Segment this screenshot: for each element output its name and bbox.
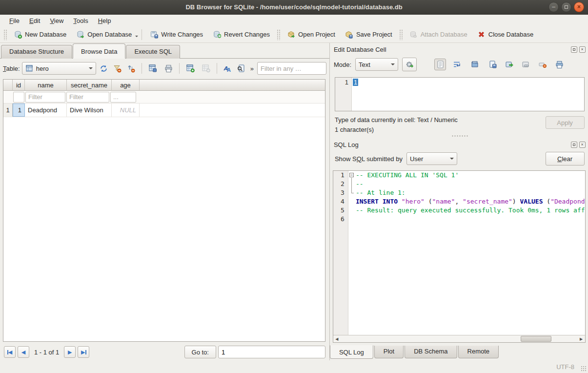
float-dock-button[interactable] bbox=[571, 46, 577, 53]
scroll-right-arrow[interactable]: ▶ bbox=[578, 335, 585, 342]
print-cell-button[interactable] bbox=[553, 59, 565, 70]
goto-input[interactable] bbox=[218, 346, 325, 358]
table-label: Table: bbox=[3, 65, 20, 72]
open-project-button[interactable]: Open Project bbox=[283, 28, 340, 41]
scroll-left-arrow[interactable]: ◀ bbox=[333, 335, 341, 342]
tab-database-structure[interactable]: Database Structure bbox=[1, 45, 72, 59]
cell-id[interactable]: 1 bbox=[13, 104, 25, 117]
last-record-button[interactable]: ▶ bbox=[78, 346, 89, 358]
revert-changes-button[interactable]: Revert Changes bbox=[208, 28, 274, 41]
submitted-by-select[interactable]: User bbox=[406, 152, 457, 165]
column-header-id[interactable]: id bbox=[13, 80, 25, 91]
open-in-external-app-button[interactable] bbox=[504, 59, 515, 70]
resize-grip[interactable] bbox=[581, 366, 587, 372]
maximize-button[interactable] bbox=[561, 2, 571, 12]
tab-execute-sql[interactable]: Execute SQL bbox=[126, 45, 180, 59]
record-range-text: 1 - 1 of 1 bbox=[31, 349, 62, 356]
tab-sql-log[interactable]: SQL Log bbox=[330, 345, 373, 359]
print-table-button[interactable] bbox=[163, 62, 175, 74]
word-wrap-button[interactable] bbox=[451, 59, 463, 70]
cell-age[interactable]: NULL bbox=[112, 104, 140, 117]
sql-log-editor[interactable]: 1−-- EXECUTING ALL IN 'SQL 1'2--3-- At l… bbox=[333, 170, 586, 343]
close-button[interactable]: × bbox=[574, 2, 584, 12]
menu-tools[interactable]: Tools bbox=[69, 16, 92, 25]
grid-filter-row bbox=[3, 91, 325, 104]
tab-remote[interactable]: Remote bbox=[458, 346, 499, 358]
close-dock-button[interactable]: × bbox=[579, 46, 586, 53]
clear-sorting-button[interactable] bbox=[125, 62, 137, 74]
scrollbar-track[interactable] bbox=[341, 335, 578, 342]
scrollbar-thumb[interactable] bbox=[521, 336, 551, 342]
table-select[interactable]: hero bbox=[22, 62, 96, 75]
minimize-button[interactable]: – bbox=[548, 2, 559, 12]
splitter-grip bbox=[451, 135, 468, 137]
first-record-button[interactable]: ◀ bbox=[4, 346, 16, 358]
import-from-file-button[interactable] bbox=[467, 59, 482, 70]
close-dock-button[interactable]: × bbox=[579, 142, 586, 148]
toolbar-drag-handle[interactable] bbox=[3, 29, 7, 40]
column-header-age[interactable]: age bbox=[112, 80, 140, 91]
open-database-dropdown-arrow[interactable] bbox=[135, 36, 138, 39]
set-null-button[interactable] bbox=[537, 59, 548, 70]
next-record-button[interactable]: ▶ bbox=[64, 346, 76, 358]
cell-secret-name[interactable]: Dive Wilson bbox=[67, 104, 112, 117]
cell-editor[interactable]: 1 1 bbox=[335, 77, 585, 111]
new-database-button[interactable]: New Database bbox=[9, 28, 71, 41]
tab-browse-data[interactable]: Browse Data bbox=[73, 43, 125, 59]
save-project-label: Save Project bbox=[356, 31, 392, 38]
toolbar-drag-handle[interactable] bbox=[399, 29, 403, 40]
menu-edit[interactable]: Edit bbox=[25, 16, 44, 25]
browse-toolbar-separator bbox=[179, 63, 180, 74]
column-header-name[interactable]: name bbox=[25, 80, 67, 91]
text-mode-button[interactable] bbox=[434, 59, 446, 70]
horizontal-scrollbar[interactable]: ◀ ▶ bbox=[333, 335, 585, 342]
cell-editor-content[interactable]: 1 bbox=[353, 79, 358, 86]
dock-splitter[interactable] bbox=[330, 133, 588, 138]
open-database-button[interactable]: Open Database bbox=[72, 28, 136, 41]
filter-input-name[interactable] bbox=[25, 92, 65, 103]
float-dock-button[interactable] bbox=[571, 142, 577, 148]
grid-corner[interactable] bbox=[3, 80, 13, 91]
menu-view[interactable]: View bbox=[45, 16, 68, 25]
clear-log-button[interactable]: Clear bbox=[546, 152, 585, 166]
write-changes-label: Write Changes bbox=[161, 31, 203, 38]
find-in-table-button[interactable] bbox=[235, 62, 247, 74]
tab-plot[interactable]: Plot bbox=[374, 346, 404, 358]
mode-select[interactable]: Text bbox=[355, 58, 398, 71]
write-changes-button[interactable]: Write Changes bbox=[145, 28, 207, 41]
encoding-indicator[interactable]: UTF-8 bbox=[556, 363, 574, 371]
new-database-label: New Database bbox=[25, 31, 66, 38]
filter-input-secret-name[interactable] bbox=[66, 92, 109, 103]
menu-help[interactable]: Help bbox=[94, 16, 116, 25]
filter-input-age[interactable] bbox=[110, 92, 136, 103]
export-table-button[interactable] bbox=[146, 62, 161, 74]
copy-link-button[interactable] bbox=[520, 59, 532, 70]
statusbar: UTF-8 bbox=[0, 360, 588, 373]
apply-button: Apply bbox=[546, 116, 585, 129]
export-to-file-button[interactable] bbox=[487, 59, 499, 70]
delete-record-button bbox=[201, 62, 212, 74]
cell-name[interactable]: Deadpond bbox=[25, 104, 67, 117]
refresh-button[interactable] bbox=[98, 62, 110, 74]
toolbar-drag-handle[interactable] bbox=[277, 29, 280, 40]
column-header-secret-name[interactable]: secret_name bbox=[67, 80, 112, 91]
save-project-button[interactable]: Save Project bbox=[341, 28, 397, 41]
toolbar-overflow-chevron[interactable]: » bbox=[249, 65, 255, 72]
previous-record-button[interactable]: ◀ bbox=[18, 346, 29, 358]
menu-file[interactable]: File bbox=[5, 16, 24, 25]
tab-db-schema[interactable]: DB Schema bbox=[405, 346, 457, 358]
main-tabbar: Database Structure Browse Data Execute S… bbox=[0, 43, 329, 59]
filter-input-id[interactable] bbox=[13, 92, 24, 103]
font-button[interactable]: AA bbox=[222, 62, 233, 74]
auto-switch-mode-button[interactable] bbox=[402, 58, 417, 71]
clear-filters-button[interactable] bbox=[112, 62, 123, 74]
goto-button[interactable]: Go to: bbox=[184, 346, 216, 358]
filter-any-column-input[interactable] bbox=[257, 62, 326, 75]
sql-log-line: 6 bbox=[333, 215, 585, 224]
browse-toolbar: Table: hero bbox=[0, 59, 329, 78]
close-database-button[interactable]: Close Database bbox=[473, 28, 538, 41]
sql-log-line: 3-- At line 1: bbox=[333, 188, 585, 197]
row-header[interactable]: 1 bbox=[3, 104, 13, 117]
maximize-icon bbox=[565, 5, 568, 9]
insert-record-button[interactable] bbox=[184, 62, 199, 74]
